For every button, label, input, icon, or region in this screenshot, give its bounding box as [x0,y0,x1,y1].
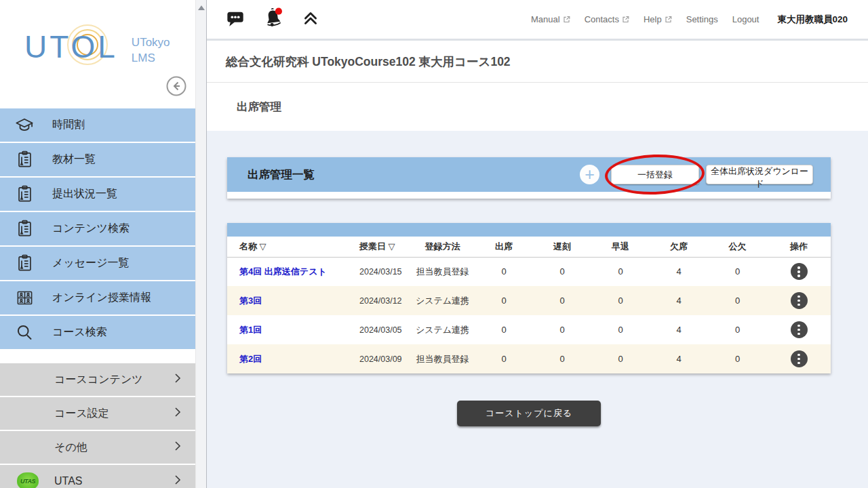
attendance-name-link[interactable]: 第1回 [239,325,262,335]
page-title: 出席管理 [237,100,281,115]
sidebar-item-message-list[interactable]: メッセージ一覧 [0,247,195,280]
sidebar-secondary-menu: コースコンテンツ コース設定 その他 UTAS UTAS [0,363,195,488]
user-name: 東大用教職員020 [777,14,848,26]
table-header-row: 名称 ▽ 授業日 ▽ 登録方法 出席 遅刻 早退 欠席 公欠 操作 [227,237,831,257]
sidebar-item-label: 教材一覧 [52,152,96,167]
course-search-icon [14,323,35,343]
sidebar-item-content-search[interactable]: コンテンツ検索 [0,212,195,245]
official-absent-count: 0 [708,344,767,373]
row-actions-kebab-icon[interactable] [791,292,808,309]
nav-help-link[interactable]: Help [644,14,672,24]
table-top-accent-bar [227,223,831,237]
messages-button[interactable] [226,9,245,30]
back-to-course-top-button[interactable]: コーストップに戻る [457,401,601,426]
absent-count: 4 [650,315,708,344]
panel-body-strip [227,192,831,199]
sidebar-scrollbar[interactable] [195,0,207,488]
panel-title: 出席管理一覧 [248,167,315,182]
nav-logout-link[interactable]: Logout [732,14,760,24]
nav-settings-link[interactable]: Settings [686,14,718,24]
section-title-bar: 出席管理 [207,83,868,131]
sidebar-item-label: オンライン授業情報 [52,291,151,305]
utol-logo: UTOL UTokyo LMS [24,31,170,66]
early-leave-count: 0 [591,257,650,286]
register-method: システム連携 [410,286,475,315]
sidebar-item-others[interactable]: その他 [0,431,195,464]
attend-count: 0 [475,257,533,286]
bulk-register-button[interactable]: 一括登録 [611,165,699,184]
col-header-attend: 出席 [475,237,533,257]
early-leave-count: 0 [591,286,650,315]
scrollbar-up-arrow[interactable] [198,5,205,10]
sidebar-item-label: コース検索 [52,325,107,340]
col-header-method: 登録方法 [410,237,475,257]
row-actions-kebab-icon[interactable] [791,263,808,280]
nav-contacts-link[interactable]: Contacts [585,14,629,24]
sidebar-item-label: その他 [54,441,87,455]
online-class-icon [14,288,35,308]
col-header-early: 早退 [591,237,650,257]
col-header-late: 遅刻 [533,237,591,257]
attendance-name-link[interactable]: 第3回 [239,296,262,306]
download-attendance-button[interactable]: 全体出席状況ダウンロード [706,165,813,184]
external-link-icon [665,16,672,23]
plus-icon: + [585,165,595,183]
materials-list-icon [14,150,35,170]
chevron-right-icon [174,373,182,386]
collapse-header-button[interactable] [302,9,319,29]
submission-status-icon [14,184,35,205]
absent-count: 4 [650,344,708,373]
sidebar-item-course-settings[interactable]: コース設定 [0,397,195,430]
attendance-row: 第3回 2024/03/12 システム連携 0 0 0 4 0 [227,286,831,315]
content-search-icon [14,219,35,239]
chevron-right-icon [174,474,182,488]
attend-count: 0 [475,344,533,373]
arrow-left-circle-icon [166,88,186,98]
chevron-right-icon [174,441,182,454]
attendance-name-link[interactable]: 第2回 [239,354,262,364]
sidebar-item-submission-status[interactable]: 提出状況一覧 [0,178,195,211]
add-attendance-button[interactable]: + [580,165,599,184]
sidebar-item-label: 提出状況一覧 [52,187,117,201]
col-header-actions: 操作 [767,237,831,257]
sidebar-item-materials[interactable]: 教材一覧 [0,143,195,176]
official-absent-count: 0 [708,315,767,344]
message-list-icon [14,253,35,274]
topbar: Manual Contacts Help [207,0,868,41]
col-header-date[interactable]: 授業日 ▽ [359,237,410,257]
col-header-name[interactable]: 名称 ▽ [227,237,359,257]
bulk-register-wrap: 一括登録 [611,165,699,184]
late-count: 0 [533,315,591,344]
row-actions-kebab-icon[interactable] [791,321,808,338]
attendance-row: 第2回 2024/03/09 担当教員登録 0 0 0 4 0 [227,344,831,373]
sidebar-collapse-button[interactable] [166,76,186,96]
notification-bell-icon [262,7,285,32]
sidebar-main-menu: 時間割 教材一覧 提出状況一覧 [0,108,195,350]
notifications-button[interactable] [262,7,285,32]
nav-label: Contacts [585,14,619,24]
late-count: 0 [533,257,591,286]
nav-manual-link[interactable]: Manual [531,14,570,24]
topbar-icons [226,7,319,32]
course-title: 総合文化研究科 UTokyoCourse102 東大用コース102 [226,54,511,70]
back-button-row: コーストップに戻る [227,401,831,426]
sidebar-item-course-contents[interactable]: コースコンテンツ [0,363,195,396]
attendance-table: 名称 ▽ 授業日 ▽ 登録方法 出席 遅刻 早退 欠席 公欠 操作 第4回 出席… [227,237,831,373]
sidebar-item-timetable[interactable]: 時間割 [0,108,195,142]
chevron-right-icon [174,407,182,420]
absent-count: 4 [650,257,708,286]
sidebar-item-label: コース設定 [54,407,109,421]
sidebar-item-online-class-info[interactable]: オンライン授業情報 [0,281,195,314]
official-absent-count: 0 [708,286,767,315]
topbar-nav: Manual Contacts Help [531,14,848,26]
register-method: システム連携 [410,315,475,344]
class-date: 2024/03/12 [359,286,410,315]
brand-subtitle: UTokyo LMS [132,35,170,66]
row-actions-kebab-icon[interactable] [791,350,808,367]
nav-label: Settings [686,14,718,24]
sidebar-item-utas[interactable]: UTAS UTAS [0,465,195,488]
attendance-name-link[interactable]: 第4回 出席送信テスト [239,266,327,277]
sidebar-item-course-search[interactable]: コース検索 [0,316,195,349]
sidebar-item-label: コンテンツ検索 [52,222,130,236]
sidebar: UTOL UTokyo LMS 時間割 [0,0,195,488]
